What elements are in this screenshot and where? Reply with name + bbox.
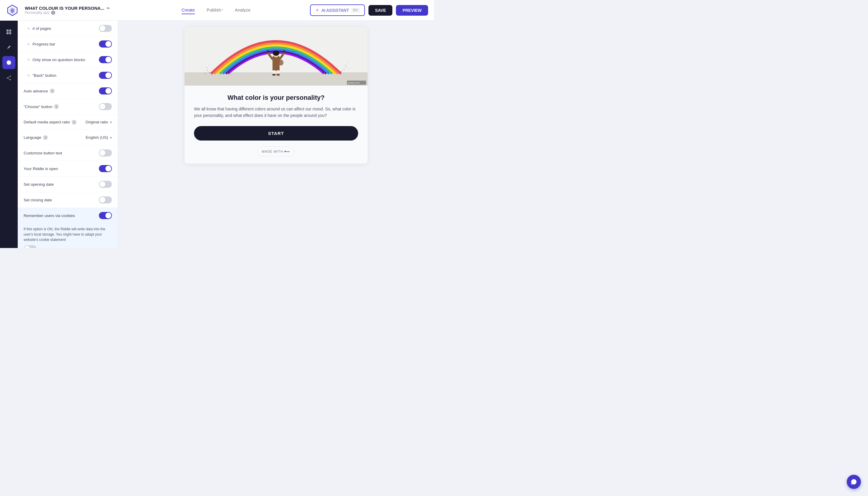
quiz-description: We all know that having different colors…	[194, 106, 358, 119]
svg-point-37	[279, 60, 283, 65]
svg-point-22	[206, 67, 207, 68]
sidebar-item-grid[interactable]	[2, 26, 15, 38]
setting-only-show-label: ↳ Only show on question blocks	[27, 58, 85, 62]
only-show-toggle[interactable]	[99, 56, 112, 63]
ai-sparkle-icon: ✦	[315, 7, 319, 13]
settings-panel: ↳ # of pages ↳ Progress bar ↳ Only show …	[18, 21, 118, 248]
media-aspect-dropdown[interactable]: Original ratio ▾	[85, 120, 112, 125]
logo-area[interactable]	[6, 4, 19, 17]
setting-auto-advance: Auto advance i	[18, 83, 118, 99]
riddle-open-toggle[interactable]	[99, 165, 112, 172]
toggle-knob	[105, 88, 111, 94]
setting-opening-date: Set opening date	[18, 176, 118, 192]
indent-arrow-icon: ↳	[27, 73, 30, 77]
brush-icon	[6, 44, 12, 50]
save-button[interactable]: SAVE	[369, 5, 392, 16]
toggle-knob	[105, 72, 111, 78]
ai-button-label: AI ASSISTANT	[322, 8, 349, 13]
setting-language-label: Language i	[24, 135, 48, 140]
toggle-knob	[99, 26, 105, 31]
setting-progress-bar: ↳ Progress bar	[18, 36, 118, 52]
toggle-knob	[105, 166, 111, 172]
tab-publish[interactable]: Publish*	[207, 6, 223, 14]
svg-rect-6	[9, 32, 11, 34]
toggle-knob	[99, 197, 105, 203]
preview-button[interactable]: PREVIEW	[396, 5, 428, 16]
tab-analyze[interactable]: Analyze	[235, 6, 250, 14]
svg-point-18	[205, 73, 206, 74]
auto-advance-toggle[interactable]	[99, 88, 112, 94]
quiz-content: What color is your personality? We all k…	[185, 86, 368, 164]
svg-text:pexels.com: pexels.com	[348, 81, 360, 84]
num-pages-text: # of pages	[32, 26, 51, 31]
setting-choose-label: "Choose" button i	[24, 104, 59, 109]
edit-title-icon[interactable]: ✏	[107, 6, 110, 11]
svg-point-24	[345, 65, 346, 66]
project-subtitle: Personality quiz i	[25, 11, 110, 15]
svg-point-9	[7, 77, 8, 79]
ai-assistant-button[interactable]: ✦ AI ASSISTANT ⌘K	[310, 4, 365, 16]
setting-customize-label: Customize button text	[24, 151, 62, 155]
svg-point-16	[207, 70, 208, 71]
opening-date-text: Set opening date	[24, 182, 54, 187]
quiz-title: What color is your personality?	[194, 94, 358, 102]
opening-date-toggle[interactable]	[99, 181, 112, 188]
title-text: WHAT COLOUR IS YOUR PERSONA...	[25, 5, 104, 11]
chevron-down-icon: ▾	[110, 135, 112, 140]
made-with-text: MADE WITH	[262, 150, 283, 153]
closing-date-toggle[interactable]	[99, 196, 112, 203]
language-dropdown[interactable]: English (US) ▾	[86, 135, 112, 140]
svg-marker-40	[284, 151, 286, 152]
tab-create[interactable]: Create	[182, 6, 195, 14]
svg-line-10	[8, 76, 10, 78]
sidebar-item-brush[interactable]	[2, 41, 15, 54]
customize-button-toggle[interactable]	[99, 150, 112, 156]
cookies-toggle[interactable]	[99, 212, 112, 219]
setting-customize-button-text: Customize button text	[18, 145, 118, 161]
svg-rect-3	[6, 30, 9, 32]
setting-only-show-question: ↳ Only show on question blocks	[18, 52, 118, 67]
setting-riddle-open: Your Riddle is open	[18, 161, 118, 176]
gear-icon	[6, 60, 12, 65]
tab-publish-label: Publish	[207, 7, 221, 12]
sidebar-icons	[0, 21, 18, 248]
svg-point-30	[273, 50, 279, 56]
media-aspect-info-icon[interactable]: i	[72, 120, 76, 125]
toggle-knob	[99, 150, 105, 156]
main-layout: ↳ # of pages ↳ Progress bar ↳ Only show …	[0, 21, 434, 248]
setting-num-pages-label: ↳ # of pages	[27, 26, 51, 31]
svg-point-21	[346, 67, 346, 67]
quiz-hero-image: pexels.com	[185, 27, 368, 86]
svg-rect-28	[273, 56, 280, 71]
toggle-knob	[105, 41, 111, 47]
language-value: English (US)	[86, 135, 108, 140]
cookie-sub-toggle[interactable]	[24, 245, 36, 248]
subtitle-text: Personality quiz	[25, 11, 50, 15]
svg-point-36	[276, 74, 280, 76]
progress-bar-toggle[interactable]	[99, 41, 112, 48]
num-pages-toggle[interactable]	[99, 25, 112, 32]
header-actions: ✦ AI ASSISTANT ⌘K SAVE PREVIEW	[310, 4, 428, 16]
main-navigation: Create Publish* Analyze	[122, 6, 310, 14]
rainbow-svg: pexels.com	[185, 27, 368, 86]
sidebar-item-settings[interactable]	[2, 56, 15, 69]
choose-button-info-icon[interactable]: i	[54, 104, 59, 109]
language-info-icon[interactable]: i	[43, 135, 48, 140]
setting-remember-cookies: Remember users via cookies	[18, 208, 118, 223]
auto-advance-info-icon[interactable]: i	[50, 89, 55, 93]
subtitle-info-icon[interactable]: i	[51, 11, 55, 15]
svg-point-7	[10, 76, 11, 77]
choose-button-toggle[interactable]	[99, 103, 112, 110]
svg-point-25	[348, 63, 349, 64]
svg-point-20	[344, 69, 344, 70]
start-quiz-button[interactable]: START	[194, 126, 358, 141]
chevron-down-icon: ▾	[110, 120, 112, 125]
toggle-knob	[24, 246, 30, 248]
cookie-tooltip-text: If this option is ON, the Riddle will wr…	[24, 227, 112, 243]
sidebar-item-share[interactable]	[2, 72, 15, 84]
toggle-knob	[105, 57, 111, 63]
made-with-area: MADE WITH Riddle	[194, 146, 358, 156]
back-button-toggle[interactable]	[99, 72, 112, 79]
language-text: Language	[24, 135, 41, 140]
indent-arrow-icon: ↳	[27, 26, 30, 30]
